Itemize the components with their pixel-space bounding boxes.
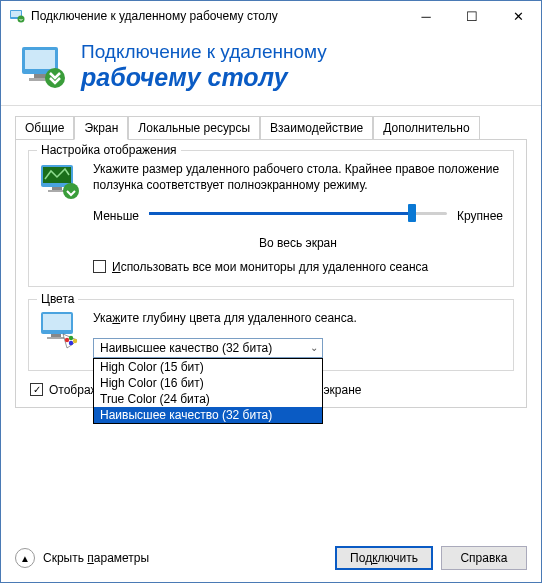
dropdown-item[interactable]: True Color (24 бита) (94, 391, 322, 407)
tab-advanced[interactable]: Дополнительно (373, 116, 479, 139)
content-area: Общие Экран Локальные ресурсы Взаимодейс… (1, 106, 541, 534)
tab-local-resources[interactable]: Локальные ресурсы (128, 116, 260, 139)
tab-general[interactable]: Общие (15, 116, 74, 139)
hide-options-link[interactable]: Скрыть параметры (43, 551, 327, 565)
collapse-icon[interactable]: ▲ (15, 548, 35, 568)
chevron-down-icon: ⌄ (310, 342, 318, 353)
maximize-button[interactable]: ☐ (449, 1, 495, 31)
header-line1: Подключение к удаленному (81, 41, 327, 64)
svg-rect-15 (51, 334, 61, 337)
color-depth-selected: Наивысшее качество (32 бита) (100, 341, 272, 355)
connection-bar-checkbox[interactable]: ✓ (30, 383, 43, 396)
monitor-icon (39, 161, 81, 203)
color-depth-select[interactable]: Наивысшее качество (32 бита) ⌄ (93, 338, 323, 358)
dropdown-item[interactable]: High Color (16 бит) (94, 375, 322, 391)
display-description: Укажите размер удаленного рабочего стола… (93, 161, 503, 193)
display-settings-group: Настройка отображения Укажите размер уда… (28, 150, 514, 286)
help-button[interactable]: Справка (441, 546, 527, 570)
resolution-slider-row: Меньше Крупнее (93, 206, 503, 226)
minimize-button[interactable]: ─ (403, 1, 449, 31)
close-button[interactable]: ✕ (495, 1, 541, 31)
svg-point-19 (69, 340, 73, 344)
dropdown-item[interactable]: High Color (15 бит) (94, 359, 322, 375)
header: Подключение к удаленному рабочему столу (1, 31, 541, 106)
tab-screen[interactable]: Экран (74, 116, 128, 140)
display-group-title: Настройка отображения (37, 143, 181, 157)
svg-rect-4 (25, 50, 55, 69)
app-icon (9, 8, 25, 24)
use-all-monitors-label: Использовать все мои мониторы для удален… (112, 260, 428, 274)
window-controls: ─ ☐ ✕ (403, 1, 541, 31)
connect-button[interactable]: Подключить (335, 546, 433, 570)
rdc-icon (19, 42, 67, 90)
color-depth-dropdown: High Color (15 бит) High Color (16 бит) … (93, 358, 323, 424)
slider-thumb[interactable] (408, 204, 416, 222)
colors-description: Укажите глубину цвета для удаленного сеа… (93, 310, 503, 326)
slider-value-label: Во весь экран (93, 236, 503, 250)
dropdown-item-selected[interactable]: Наивысшее качество (32 бита) (94, 407, 322, 423)
footer: ▲ Скрыть параметры Подключить Справка (1, 534, 541, 582)
slider-min-label: Меньше (93, 209, 139, 223)
tab-panel-screen: Настройка отображения Укажите размер уда… (15, 139, 527, 408)
slider-max-label: Крупнее (457, 209, 503, 223)
svg-point-2 (18, 16, 25, 23)
header-line2: рабочему столу (81, 64, 327, 92)
svg-rect-14 (43, 314, 71, 330)
titlebar: Подключение к удаленному рабочему столу … (1, 1, 541, 31)
svg-point-20 (73, 338, 77, 342)
titlebar-text: Подключение к удаленному рабочему столу (31, 9, 403, 23)
rdc-window: Подключение к удаленному рабочему столу … (0, 0, 542, 583)
svg-point-18 (69, 335, 73, 339)
tab-strip: Общие Экран Локальные ресурсы Взаимодейс… (15, 116, 527, 139)
svg-point-12 (63, 183, 79, 199)
use-all-monitors-row[interactable]: Использовать все мои мониторы для удален… (93, 260, 503, 274)
colors-icon (39, 310, 81, 352)
color-depth-select-wrap: Наивысшее качество (32 бита) ⌄ High Colo… (93, 338, 323, 358)
colors-group: Цвета Укажите глубину цвета для удаленно… (28, 299, 514, 371)
use-all-monitors-checkbox[interactable] (93, 260, 106, 273)
tab-experience[interactable]: Взаимодействие (260, 116, 373, 139)
svg-rect-5 (34, 74, 46, 78)
colors-group-title: Цвета (37, 292, 78, 306)
header-text: Подключение к удаленному рабочему столу (81, 41, 327, 91)
svg-rect-16 (47, 337, 65, 339)
svg-rect-10 (52, 187, 62, 190)
svg-point-17 (65, 337, 69, 341)
resolution-slider[interactable] (149, 206, 447, 226)
